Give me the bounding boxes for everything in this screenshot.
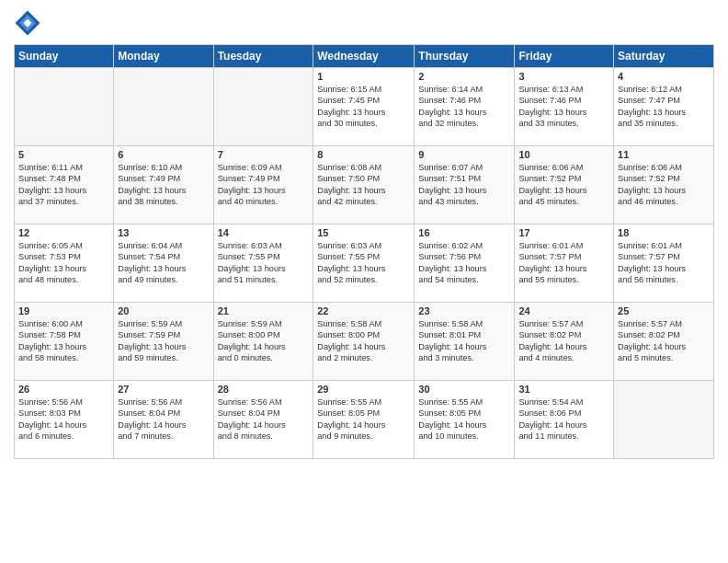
- day-cell: 13Sunrise: 6:04 AM Sunset: 7:54 PM Dayli…: [114, 224, 213, 303]
- day-cell: 5Sunrise: 6:11 AM Sunset: 7:48 PM Daylig…: [15, 146, 114, 224]
- page: SundayMondayTuesdayWednesdayThursdayFrid…: [0, 0, 728, 563]
- day-info: Sunrise: 5:55 AM Sunset: 8:05 PM Dayligh…: [317, 397, 385, 441]
- day-info: Sunrise: 5:58 AM Sunset: 8:01 PM Dayligh…: [418, 319, 486, 362]
- day-number: 5: [18, 149, 109, 160]
- day-number: 12: [18, 227, 109, 238]
- day-info: Sunrise: 5:59 AM Sunset: 8:00 PM Dayligh…: [218, 319, 286, 362]
- day-cell: 8Sunrise: 6:08 AM Sunset: 7:50 PM Daylig…: [313, 146, 415, 224]
- day-info: Sunrise: 6:00 AM Sunset: 7:58 PM Dayligh…: [18, 319, 86, 362]
- day-info: Sunrise: 6:13 AM Sunset: 7:46 PM Dayligh…: [518, 85, 586, 128]
- day-number: 17: [518, 227, 609, 238]
- day-cell: 3Sunrise: 6:13 AM Sunset: 7:46 PM Daylig…: [515, 68, 614, 146]
- week-row-3: 12Sunrise: 6:05 AM Sunset: 7:53 PM Dayli…: [15, 224, 714, 303]
- day-info: Sunrise: 5:56 AM Sunset: 8:04 PM Dayligh…: [218, 397, 286, 441]
- day-cell: 25Sunrise: 5:57 AM Sunset: 8:02 PM Dayli…: [614, 303, 714, 381]
- day-info: Sunrise: 6:07 AM Sunset: 7:51 PM Dayligh…: [418, 163, 486, 206]
- day-cell: 6Sunrise: 6:10 AM Sunset: 7:49 PM Daylig…: [114, 146, 213, 224]
- day-info: Sunrise: 6:06 AM Sunset: 7:52 PM Dayligh…: [518, 163, 586, 206]
- day-cell: 10Sunrise: 6:06 AM Sunset: 7:52 PM Dayli…: [515, 146, 614, 224]
- day-cell: [614, 381, 714, 459]
- day-cell: 18Sunrise: 6:01 AM Sunset: 7:57 PM Dayli…: [614, 224, 714, 303]
- day-number: 25: [618, 305, 710, 316]
- day-number: 31: [518, 384, 609, 395]
- day-number: 26: [18, 384, 109, 395]
- day-info: Sunrise: 5:56 AM Sunset: 8:03 PM Dayligh…: [18, 397, 86, 441]
- day-number: 9: [418, 149, 510, 160]
- calendar: SundayMondayTuesdayWednesdayThursdayFrid…: [14, 44, 714, 459]
- day-cell: 2Sunrise: 6:14 AM Sunset: 7:46 PM Daylig…: [415, 68, 515, 146]
- day-info: Sunrise: 6:03 AM Sunset: 7:55 PM Dayligh…: [218, 241, 286, 284]
- day-cell: 24Sunrise: 5:57 AM Sunset: 8:02 PM Dayli…: [515, 303, 614, 381]
- day-cell: 17Sunrise: 6:01 AM Sunset: 7:57 PM Dayli…: [515, 224, 614, 303]
- day-info: Sunrise: 6:09 AM Sunset: 7:49 PM Dayligh…: [218, 163, 286, 206]
- day-info: Sunrise: 6:03 AM Sunset: 7:55 PM Dayligh…: [317, 241, 385, 284]
- day-info: Sunrise: 6:05 AM Sunset: 7:53 PM Dayligh…: [18, 241, 86, 284]
- day-number: 29: [317, 384, 410, 395]
- day-number: 7: [218, 149, 310, 160]
- day-number: 10: [518, 149, 609, 160]
- day-cell: 14Sunrise: 6:03 AM Sunset: 7:55 PM Dayli…: [213, 224, 313, 303]
- day-info: Sunrise: 5:57 AM Sunset: 8:02 PM Dayligh…: [618, 319, 686, 362]
- day-number: 6: [118, 149, 209, 160]
- day-cell: 12Sunrise: 6:05 AM Sunset: 7:53 PM Dayli…: [15, 224, 114, 303]
- day-number: 19: [18, 305, 109, 316]
- day-number: 28: [218, 384, 310, 395]
- weekday-friday: Friday: [515, 45, 614, 68]
- day-number: 27: [118, 384, 209, 395]
- day-info: Sunrise: 6:15 AM Sunset: 7:45 PM Dayligh…: [317, 85, 385, 128]
- day-cell: 27Sunrise: 5:56 AM Sunset: 8:04 PM Dayli…: [114, 381, 213, 459]
- day-info: Sunrise: 6:12 AM Sunset: 7:47 PM Dayligh…: [618, 85, 686, 128]
- day-info: Sunrise: 6:01 AM Sunset: 7:57 PM Dayligh…: [618, 241, 686, 284]
- day-info: Sunrise: 6:06 AM Sunset: 7:52 PM Dayligh…: [618, 163, 686, 206]
- day-number: 24: [518, 305, 609, 316]
- day-cell: [213, 68, 313, 146]
- week-row-5: 26Sunrise: 5:56 AM Sunset: 8:03 PM Dayli…: [15, 381, 714, 459]
- logo: [14, 9, 43, 37]
- day-number: 30: [418, 384, 510, 395]
- weekday-header-row: SundayMondayTuesdayWednesdayThursdayFrid…: [15, 45, 714, 68]
- day-number: 15: [317, 227, 410, 238]
- week-row-4: 19Sunrise: 6:00 AM Sunset: 7:58 PM Dayli…: [15, 303, 714, 381]
- day-info: Sunrise: 5:54 AM Sunset: 8:06 PM Dayligh…: [518, 397, 586, 441]
- day-number: 22: [317, 305, 410, 316]
- day-cell: 30Sunrise: 5:55 AM Sunset: 8:05 PM Dayli…: [415, 381, 515, 459]
- day-number: 23: [418, 305, 510, 316]
- day-cell: 9Sunrise: 6:07 AM Sunset: 7:51 PM Daylig…: [415, 146, 515, 224]
- day-info: Sunrise: 6:04 AM Sunset: 7:54 PM Dayligh…: [118, 241, 186, 284]
- day-cell: 7Sunrise: 6:09 AM Sunset: 7:49 PM Daylig…: [213, 146, 313, 224]
- day-cell: 21Sunrise: 5:59 AM Sunset: 8:00 PM Dayli…: [213, 303, 313, 381]
- day-cell: 1Sunrise: 6:15 AM Sunset: 7:45 PM Daylig…: [313, 68, 415, 146]
- day-cell: [15, 68, 114, 146]
- day-cell: 26Sunrise: 5:56 AM Sunset: 8:03 PM Dayli…: [15, 381, 114, 459]
- day-cell: 15Sunrise: 6:03 AM Sunset: 7:55 PM Dayli…: [313, 224, 415, 303]
- weekday-sunday: Sunday: [15, 45, 114, 68]
- day-cell: 16Sunrise: 6:02 AM Sunset: 7:56 PM Dayli…: [415, 224, 515, 303]
- week-row-1: 1Sunrise: 6:15 AM Sunset: 7:45 PM Daylig…: [15, 68, 714, 146]
- day-info: Sunrise: 6:11 AM Sunset: 7:48 PM Dayligh…: [18, 163, 86, 206]
- day-number: 21: [218, 305, 310, 316]
- day-info: Sunrise: 5:57 AM Sunset: 8:02 PM Dayligh…: [518, 319, 586, 362]
- day-number: 3: [518, 71, 609, 82]
- day-number: 18: [618, 227, 710, 238]
- day-info: Sunrise: 6:08 AM Sunset: 7:50 PM Dayligh…: [317, 163, 385, 206]
- day-number: 20: [118, 305, 209, 316]
- day-cell: 11Sunrise: 6:06 AM Sunset: 7:52 PM Dayli…: [614, 146, 714, 224]
- day-number: 13: [118, 227, 209, 238]
- day-cell: 31Sunrise: 5:54 AM Sunset: 8:06 PM Dayli…: [515, 381, 614, 459]
- day-cell: 23Sunrise: 5:58 AM Sunset: 8:01 PM Dayli…: [415, 303, 515, 381]
- weekday-thursday: Thursday: [415, 45, 515, 68]
- day-info: Sunrise: 6:01 AM Sunset: 7:57 PM Dayligh…: [518, 241, 586, 284]
- week-row-2: 5Sunrise: 6:11 AM Sunset: 7:48 PM Daylig…: [15, 146, 714, 224]
- day-number: 11: [618, 149, 710, 160]
- day-number: 2: [418, 71, 510, 82]
- day-cell: 28Sunrise: 5:56 AM Sunset: 8:04 PM Dayli…: [213, 381, 313, 459]
- day-cell: 22Sunrise: 5:58 AM Sunset: 8:00 PM Dayli…: [313, 303, 415, 381]
- weekday-tuesday: Tuesday: [213, 45, 313, 68]
- day-number: 4: [618, 71, 710, 82]
- day-cell: [114, 68, 213, 146]
- day-number: 14: [218, 227, 310, 238]
- day-info: Sunrise: 6:02 AM Sunset: 7:56 PM Dayligh…: [418, 241, 486, 284]
- day-info: Sunrise: 5:55 AM Sunset: 8:05 PM Dayligh…: [418, 397, 486, 441]
- weekday-wednesday: Wednesday: [313, 45, 415, 68]
- logo-icon: [14, 9, 41, 37]
